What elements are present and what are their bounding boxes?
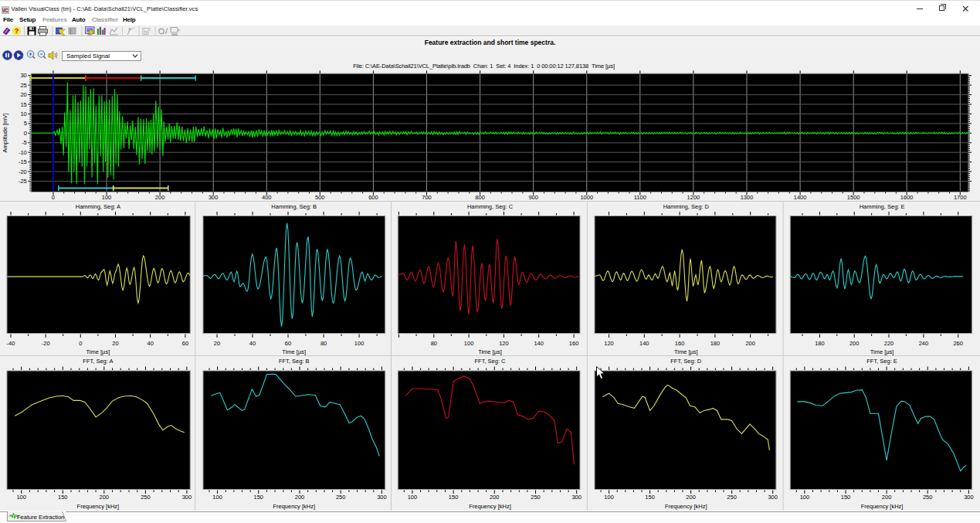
svg-text:20: 20 bbox=[214, 340, 220, 347]
svg-text:60: 60 bbox=[182, 340, 188, 347]
svg-text:150: 150 bbox=[449, 494, 459, 501]
svg-text:FFT, Seg: C: FFT, Seg: C bbox=[474, 358, 506, 365]
svg-text:Hamming, Seg: B: Hamming, Seg: B bbox=[271, 203, 317, 210]
svg-text:150: 150 bbox=[254, 494, 264, 501]
svg-text:200: 200 bbox=[686, 494, 696, 501]
svg-text:200: 200 bbox=[849, 340, 860, 347]
svg-text:Frequency [kHz]: Frequency [kHz] bbox=[77, 503, 120, 510]
svg-text:200: 200 bbox=[100, 494, 110, 501]
svg-text:Time [µs]: Time [µs] bbox=[674, 348, 698, 355]
svg-text:140: 140 bbox=[534, 340, 544, 347]
svg-text:150: 150 bbox=[58, 494, 68, 501]
svg-text:100: 100 bbox=[464, 340, 474, 347]
svg-text:80: 80 bbox=[320, 340, 327, 347]
svg-text:120: 120 bbox=[604, 340, 614, 347]
svg-text:140: 140 bbox=[639, 340, 649, 347]
svg-text:80: 80 bbox=[431, 340, 437, 347]
svg-text:100: 100 bbox=[354, 340, 365, 347]
svg-text:Time [µs]: Time [µs] bbox=[870, 348, 894, 355]
svg-text:300: 300 bbox=[182, 494, 192, 501]
svg-text:Frequency [kHz]: Frequency [kHz] bbox=[469, 503, 511, 510]
svg-text:200: 200 bbox=[295, 494, 305, 501]
svg-text:150: 150 bbox=[841, 494, 851, 501]
svg-text:100: 100 bbox=[604, 494, 614, 501]
svg-text:20: 20 bbox=[112, 340, 118, 347]
svg-text:100: 100 bbox=[408, 494, 418, 501]
svg-text:250: 250 bbox=[141, 494, 151, 501]
svg-text:Hamming, Seg: C: Hamming, Seg: C bbox=[467, 203, 514, 210]
svg-text:300: 300 bbox=[571, 494, 582, 501]
svg-text:100: 100 bbox=[212, 494, 222, 501]
svg-text:150: 150 bbox=[645, 494, 655, 501]
svg-text:250: 250 bbox=[531, 494, 541, 501]
svg-text:Hamming, Seg: A: Hamming, Seg: A bbox=[76, 203, 120, 210]
svg-text:60: 60 bbox=[285, 340, 291, 347]
svg-text:Time [µs]: Time [µs] bbox=[86, 348, 110, 355]
svg-text:40: 40 bbox=[249, 340, 256, 347]
svg-text:FFT, Seg: E: FFT, Seg: E bbox=[866, 358, 897, 365]
svg-text:220: 220 bbox=[884, 340, 894, 347]
svg-text:Hamming, Seg: D: Hamming, Seg: D bbox=[663, 203, 710, 210]
svg-text:FFT, Seg: D: FFT, Seg: D bbox=[670, 358, 702, 365]
svg-text:FFT, Seg: A: FFT, Seg: A bbox=[83, 358, 113, 365]
svg-text:Time [µs]: Time [µs] bbox=[478, 348, 502, 355]
svg-text:Frequency [kHz]: Frequency [kHz] bbox=[665, 503, 707, 510]
svg-text:300: 300 bbox=[964, 494, 974, 501]
svg-text:100: 100 bbox=[16, 494, 26, 501]
svg-text:Hamming, Seg: E: Hamming, Seg: E bbox=[860, 203, 905, 210]
svg-text:240: 240 bbox=[919, 340, 929, 347]
svg-text:160: 160 bbox=[675, 340, 685, 347]
svg-text:250: 250 bbox=[336, 494, 346, 501]
svg-text:300: 300 bbox=[377, 494, 387, 501]
svg-text:200: 200 bbox=[745, 340, 755, 347]
svg-text:200: 200 bbox=[490, 494, 500, 501]
svg-text:200: 200 bbox=[882, 494, 892, 501]
svg-text:-20: -20 bbox=[42, 340, 50, 347]
svg-text:300: 300 bbox=[768, 494, 778, 501]
svg-text:180: 180 bbox=[710, 340, 721, 347]
svg-text:180: 180 bbox=[815, 340, 825, 347]
svg-text:Time [µs]: Time [µs] bbox=[282, 348, 306, 355]
svg-text:120: 120 bbox=[499, 340, 509, 347]
svg-text:160: 160 bbox=[569, 340, 579, 347]
svg-text:Frequency [kHz]: Frequency [kHz] bbox=[861, 503, 904, 510]
svg-text:0: 0 bbox=[79, 340, 82, 347]
svg-text:250: 250 bbox=[923, 494, 933, 501]
svg-text:250: 250 bbox=[727, 494, 737, 501]
svg-text:260: 260 bbox=[953, 340, 963, 347]
svg-text:Frequency [kHz]: Frequency [kHz] bbox=[273, 503, 315, 510]
svg-text:FFT, Seg: B: FFT, Seg: B bbox=[279, 358, 310, 365]
svg-text:100: 100 bbox=[800, 494, 810, 501]
svg-text:40: 40 bbox=[148, 340, 154, 347]
svg-text:-40: -40 bbox=[7, 340, 15, 347]
